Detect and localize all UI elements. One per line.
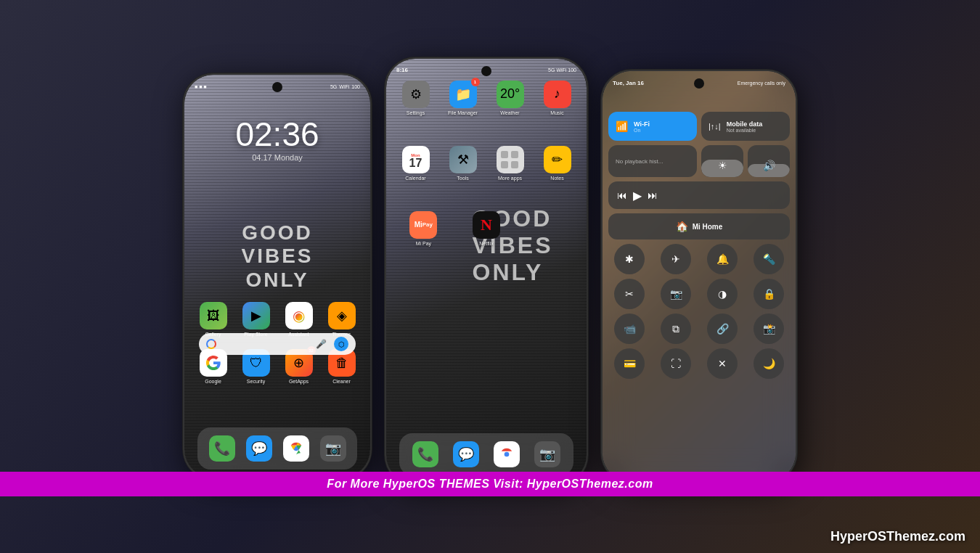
phone2-bottom-apps: MiPay Mi Pay N Netflix (395, 211, 578, 246)
cc-mobile-icon: |↑↓| (709, 122, 721, 131)
app-calendar[interactable]: Mon 17 Calendar (395, 146, 436, 181)
phone2-time: 8:16 (396, 67, 408, 73)
cc-wifi-tile[interactable]: 📶 Wi-Fi On (608, 112, 697, 141)
app-settings-icon: ⚙ (402, 81, 430, 108)
app-gallery-icon: 🖼 (200, 302, 227, 329)
cc-volume-slider[interactable]: 🔊 (748, 145, 790, 177)
cc-brightness-icon: ☀ (718, 160, 727, 171)
filemanager-badge: 1 (471, 78, 480, 86)
cc-moon-btn[interactable]: 🌙 (754, 348, 784, 379)
phone-2: GOODVIBESONLY 8:16 5G WiFi 100 ⚙ Setting… (385, 57, 588, 486)
cc-grayscale-btn[interactable]: ◑ (707, 279, 738, 309)
phone2-dock-phone[interactable]: 📞 (412, 441, 438, 467)
app-notes[interactable]: ✏ Notes (536, 146, 578, 181)
cc-grid-row3: 📹 ⧉ 🔗 📸 (608, 314, 790, 344)
cc-sliders: ☀ 🔊 (701, 145, 790, 177)
dock-chrome[interactable] (283, 435, 309, 462)
cc-airplane-btn[interactable]: ✈ (661, 244, 691, 274)
phones-container: GOODVIBESONLY ■ ■ ■ 5G WiFi 100 02:36 04… (0, 0, 980, 553)
cc-video-btn[interactable]: 📹 (614, 314, 645, 344)
search-lens-icon: ⬡ (334, 337, 348, 351)
watermark-text: HyperOSThemez.com (830, 529, 965, 544)
phone1-battery: 100 (351, 84, 360, 89)
app-settings[interactable]: ⚙ Settings (395, 81, 436, 115)
cc-mobile-sub: Not available (727, 128, 783, 133)
phone2-dock-messages[interactable]: 💬 (453, 441, 479, 467)
app-notes-label: Notes (550, 176, 563, 181)
cc-wallet-btn[interactable]: 💳 (614, 348, 645, 379)
cc-media-slider-row: No playback hist... ☀ 🔊 (608, 145, 790, 177)
app-netflix-icon: N (473, 211, 500, 239)
app-tools[interactable]: ⚒ Tools (442, 146, 483, 181)
cc-wifi-icon: 📶 (616, 120, 628, 132)
phone2-mid-apps: Mon 17 Calendar ⚒ Tools Mor (395, 146, 578, 181)
promo-banner: For More HyperOS THEMES Visit: HyperOSTh… (0, 472, 980, 496)
phone1-time: 02:36 (184, 115, 370, 154)
app-music-icon: ♪ (544, 81, 571, 108)
cc-videocam-btn[interactable]: 📷 (661, 279, 691, 309)
app-tools-label: Tools (457, 176, 468, 181)
cc-flashlight-btn[interactable]: 🔦 (754, 244, 784, 274)
app-mipay[interactable]: MiPay Mi Pay (395, 211, 452, 246)
app-netflix-label: Netflix (479, 241, 493, 246)
phone2-status-right: 5G WiFi 100 (548, 67, 576, 73)
app-getapps-label: GetApps (289, 379, 309, 384)
phone2-notch (481, 66, 491, 76)
cc-prev-btn[interactable]: ⏮ (617, 189, 627, 201)
cc-next-btn[interactable]: ⏭ (648, 189, 658, 201)
app-weather[interactable]: 20° Weather (489, 81, 531, 115)
phone3-notch (694, 78, 704, 89)
app-assistant[interactable]: ◉ Assistant (280, 302, 317, 337)
cc-mobile-label: Mobile data (727, 120, 783, 128)
dock-phone[interactable]: 📞 (209, 435, 235, 462)
app-playstore-icon: ▶ (242, 302, 270, 329)
app-playstore[interactable]: ▶ Play Store (237, 302, 274, 337)
app-security-label: Security (247, 379, 265, 384)
cc-split-btn[interactable]: ⧉ (661, 314, 691, 344)
cc-mihome-tile[interactable]: 🏠 Mi Home (608, 213, 790, 239)
cc-mobile-tile[interactable]: |↑↓| Mobile data Not available (701, 112, 790, 141)
dock-messages[interactable]: 💬 (246, 435, 272, 462)
app-filemanager-icon: 📁 1 (449, 81, 477, 108)
phone1-app-grid-row1: 🖼 Gallery ▶ Play Store ◉ Assistant ◈ The… (195, 302, 360, 337)
phone2-dock-chrome[interactable] (494, 441, 520, 467)
cc-lock-btn[interactable]: 🔒 (754, 279, 784, 309)
svg-point-1 (505, 451, 510, 456)
cc-close-btn[interactable]: ✕ (707, 348, 738, 379)
phone2-dock-camera[interactable]: 📷 (534, 441, 560, 467)
app-music-label: Music (550, 110, 563, 115)
dock-camera[interactable]: 📷 (320, 435, 346, 462)
cc-cam2-btn[interactable]: 📸 (754, 314, 784, 344)
phone3-control-center: 📶 Wi-Fi On |↑↓| Mobile data Not availabl… (608, 91, 790, 476)
app-netflix[interactable]: N Netflix (458, 211, 515, 246)
phone2-dock: 📞 💬 📷 (399, 433, 573, 475)
cc-wifi-label: Wi-Fi (634, 120, 690, 128)
cc-scissors-btn[interactable]: ✂ (614, 279, 645, 309)
phone3-emergency: Emergency calls only (738, 81, 785, 86)
phone1-search-bar[interactable]: 🎤 ⬡ (199, 333, 356, 355)
cc-link-btn[interactable]: 🔗 (707, 314, 738, 344)
cc-grid-row4: 💳 ⛶ ✕ 🌙 (608, 348, 790, 379)
app-weather-label: Weather (500, 110, 519, 115)
cc-bell-btn[interactable]: 🔔 (707, 244, 738, 274)
cc-connectivity-row: 📶 Wi-Fi On |↑↓| Mobile data Not availabl… (608, 112, 790, 141)
phone-1-screen: GOODVIBESONLY ■ ■ ■ 5G WiFi 100 02:36 04… (184, 75, 370, 478)
cc-media-text: No playback hist... (616, 158, 690, 165)
app-themes[interactable]: ◈ Themes (323, 302, 360, 337)
watermark: HyperOSThemez.com (830, 529, 965, 544)
search-mic-icon: 🎤 (316, 339, 327, 349)
phone-2-screen: GOODVIBESONLY 8:16 5G WiFi 100 ⚙ Setting… (386, 59, 587, 484)
cc-wifi-sub: On (634, 128, 690, 133)
cc-mobile-text: Mobile data Not available (727, 120, 783, 133)
google-logo (206, 339, 216, 349)
app-filemanager[interactable]: 📁 1 File Manager (442, 81, 483, 115)
cc-scan-btn[interactable]: ⛶ (661, 348, 691, 379)
app-music[interactable]: ♪ Music (536, 81, 578, 115)
cc-bluetooth-btn[interactable]: ✱ (614, 244, 645, 274)
app-gallery[interactable]: 🖼 Gallery (195, 302, 232, 337)
cc-play-btn[interactable]: ▶ (633, 189, 642, 202)
cc-media-tile: No playback hist... (608, 145, 697, 177)
cc-mihome-label: Mi Home (693, 223, 723, 231)
app-moreapps[interactable]: More apps (489, 146, 531, 181)
cc-brightness-slider[interactable]: ☀ (701, 145, 743, 177)
